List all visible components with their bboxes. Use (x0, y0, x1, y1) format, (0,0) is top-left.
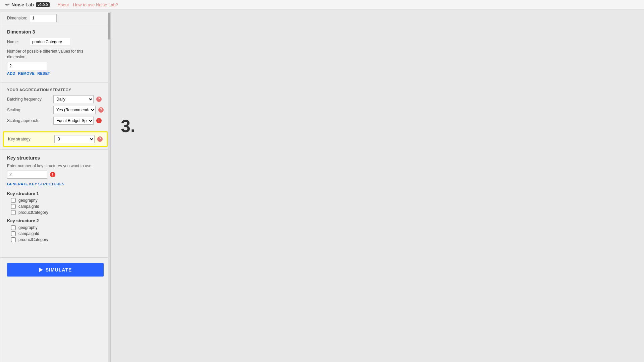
simulate-label: SIMULATE (46, 267, 72, 273)
version-badge: v2.0.0 (36, 2, 50, 7)
play-icon (39, 267, 43, 272)
key-structures-count-block: Enter number of key structures you want … (7, 163, 104, 179)
dimension3-name-label: Name: (7, 40, 27, 44)
reset-button[interactable]: RESET (37, 71, 50, 75)
main-area: Dimension: Dimension 3 Name: Number of p… (0, 12, 644, 362)
dimension3-count-block: Number of possible different values for … (7, 49, 104, 70)
ks1-geography-row: geography (7, 198, 104, 203)
key-strategy-help-icon[interactable]: ? (97, 136, 103, 142)
dimension3-title: Dimension 3 (7, 29, 104, 35)
about-link[interactable]: About (58, 2, 69, 7)
scrollbar-track[interactable] (108, 12, 110, 362)
key-strategy-row: Key strategy: A B C ? (8, 135, 103, 143)
key-structure-2-title: Key structure 2 (7, 218, 104, 223)
key-structures-count-input[interactable] (7, 171, 47, 179)
dimension3-actions: ADD REMOVE RESET (7, 71, 104, 75)
scaling-row: Scaling: Yes (Recommended) No ? (7, 106, 104, 114)
ks2-productcategory-checkbox[interactable] (11, 237, 16, 242)
key-structures-count-label: Enter number of key structures you want … (7, 163, 104, 169)
scaling-help-icon[interactable]: ? (98, 107, 104, 113)
ks2-geography-row: geography (7, 225, 104, 230)
top-nav: ✏ Noise Lab v2.0.0 About How to use Nois… (0, 0, 644, 10)
how-to-link[interactable]: How to use Noise Lab? (73, 2, 118, 7)
ks1-productcategory-row: productCategory (7, 210, 104, 215)
key-strategy-highlight: Key strategy: A B C ? (3, 131, 108, 147)
ks2-geography-checkbox[interactable] (11, 225, 16, 230)
annotation-3: 3. (121, 116, 135, 136)
dimension-top-label: Dimension: (7, 16, 27, 20)
key-structures-help-icon[interactable]: ! (50, 172, 55, 177)
right-area: 3. (111, 12, 644, 362)
scrollbar-thumb[interactable] (108, 13, 110, 40)
key-structure-2: Key structure 2 geography campaignId pro… (7, 218, 104, 242)
scaling-approach-help-icon[interactable]: ! (96, 118, 102, 123)
aggregation-heading: YOUR AGGREGATION STRATEGY (7, 88, 104, 92)
ks2-geography-label: geography (18, 225, 38, 230)
key-structures-section: Key structures Enter number of key struc… (0, 151, 110, 250)
batching-label: Batching frequency: (7, 97, 51, 102)
dimension3-count-label: Number of possible different values for … (7, 49, 104, 60)
generate-key-structures-button[interactable]: GENERATE KEY STRUCTURES (7, 182, 64, 186)
divider-1 (0, 82, 110, 82)
ks2-productcategory-row: productCategory (7, 237, 104, 242)
scaling-select[interactable]: Yes (Recommended) No (53, 106, 96, 114)
simulate-button[interactable]: SIMULATE (7, 263, 104, 277)
aggregation-section: YOUR AGGREGATION STRATEGY Batching frequ… (0, 84, 110, 131)
simulate-area: SIMULATE (0, 259, 110, 281)
dimension3-section: Dimension 3 Name: Number of possible dif… (0, 25, 110, 81)
nav-links: About How to use Noise Lab? (58, 2, 118, 7)
ks1-geography-label: geography (18, 198, 38, 203)
ks1-productcategory-label: productCategory (18, 210, 48, 215)
ks2-campaignid-checkbox[interactable] (11, 231, 16, 236)
brand: ✏ Noise Lab v2.0.0 (5, 2, 50, 7)
ks1-productcategory-checkbox[interactable] (11, 210, 16, 215)
batching-help-icon[interactable]: ? (96, 97, 102, 102)
scaling-approach-label: Scaling approach: (7, 118, 51, 123)
key-structures-title: Key structures (7, 155, 104, 161)
remove-button[interactable]: REMOVE (18, 71, 35, 75)
panel-container: Dimension: Dimension 3 Name: Number of p… (0, 12, 111, 362)
dimension3-count-input[interactable] (7, 62, 47, 70)
truncated-field-row: Dimension: (7, 14, 104, 22)
ks2-campaignid-label: campaignId (18, 231, 39, 236)
add-button[interactable]: ADD (7, 71, 15, 75)
key-strategy-label: Key strategy: (8, 137, 52, 141)
divider-3 (0, 257, 110, 258)
scaling-label: Scaling: (7, 108, 51, 112)
key-structures-count-row: ! (7, 171, 104, 179)
scaling-approach-row: Scaling approach: Equal Budget Split Cus… (7, 117, 104, 125)
dimension-top-input[interactable] (30, 14, 57, 22)
ks2-campaignid-row: campaignId (7, 231, 104, 236)
pencil-icon: ✏ (5, 2, 9, 7)
scaling-approach-select[interactable]: Equal Budget Split Custom (53, 117, 94, 125)
ks2-productcategory-label: productCategory (18, 237, 48, 242)
brand-name: Noise Lab (11, 2, 34, 7)
ks1-campaignid-checkbox[interactable] (11, 204, 16, 209)
key-structure-1: Key structure 1 geography campaignId pro… (7, 191, 104, 215)
ks1-campaignid-row: campaignId (7, 204, 104, 209)
panel-content: Dimension: Dimension 3 Name: Number of p… (0, 12, 110, 287)
ks1-geography-checkbox[interactable] (11, 198, 16, 203)
batching-select[interactable]: Daily Weekly Monthly (53, 95, 94, 103)
top-truncated-section: Dimension: (0, 12, 110, 25)
key-structure-1-title: Key structure 1 (7, 191, 104, 196)
batching-row: Batching frequency: Daily Weekly Monthly… (7, 95, 104, 103)
divider-2 (0, 149, 110, 150)
ks1-campaignid-label: campaignId (18, 204, 39, 209)
dimension3-name-input[interactable] (30, 38, 70, 46)
key-strategy-select[interactable]: A B C (54, 135, 95, 143)
dimension3-name-row: Name: (7, 38, 104, 46)
